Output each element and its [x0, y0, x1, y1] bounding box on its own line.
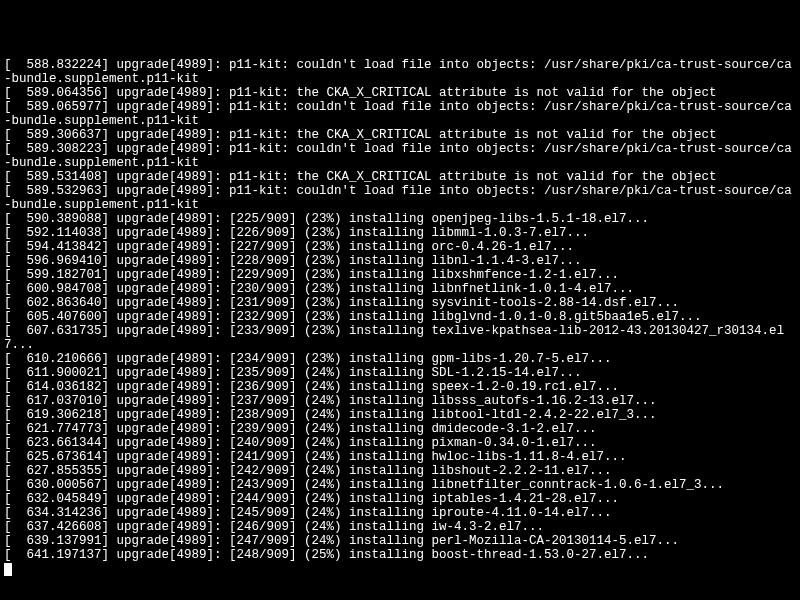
terminal-line: [ 632.045849] upgrade[4989]: [244/909] (…: [4, 492, 796, 506]
terminal-line: [ 588.832224] upgrade[4989]: p11-kit: co…: [4, 58, 796, 86]
terminal-line: [ 617.037010] upgrade[4989]: [237/909] (…: [4, 394, 796, 408]
terminal-line: [ 621.774773] upgrade[4989]: [239/909] (…: [4, 422, 796, 436]
terminal-output: [ 588.832224] upgrade[4989]: p11-kit: co…: [4, 58, 796, 562]
terminal-line: [ 602.863640] upgrade[4989]: [231/909] (…: [4, 296, 796, 310]
terminal-line: [ 589.308223] upgrade[4989]: p11-kit: co…: [4, 142, 796, 170]
terminal-line: [ 623.661344] upgrade[4989]: [240/909] (…: [4, 436, 796, 450]
terminal-line: [ 589.531408] upgrade[4989]: p11-kit: th…: [4, 170, 796, 184]
terminal-line: [ 589.064356] upgrade[4989]: p11-kit: th…: [4, 86, 796, 100]
terminal-line: [ 590.389088] upgrade[4989]: [225/909] (…: [4, 212, 796, 226]
terminal-line: [ 627.855355] upgrade[4989]: [242/909] (…: [4, 464, 796, 478]
terminal-line: [ 641.197137] upgrade[4989]: [248/909] (…: [4, 548, 796, 562]
terminal-line: [ 596.969410] upgrade[4989]: [228/909] (…: [4, 254, 796, 268]
terminal-line: [ 630.000567] upgrade[4989]: [243/909] (…: [4, 478, 796, 492]
terminal-line: [ 619.306218] upgrade[4989]: [238/909] (…: [4, 408, 796, 422]
terminal-line: [ 625.673614] upgrade[4989]: [241/909] (…: [4, 450, 796, 464]
terminal-line: [ 600.984708] upgrade[4989]: [230/909] (…: [4, 282, 796, 296]
terminal-line: [ 589.306637] upgrade[4989]: p11-kit: th…: [4, 128, 796, 142]
terminal-line: [ 637.426608] upgrade[4989]: [246/909] (…: [4, 520, 796, 534]
terminal-line: [ 592.114038] upgrade[4989]: [226/909] (…: [4, 226, 796, 240]
terminal-line: [ 605.407600] upgrade[4989]: [232/909] (…: [4, 310, 796, 324]
terminal-line: [ 599.182701] upgrade[4989]: [229/909] (…: [4, 268, 796, 282]
terminal-line: [ 589.065977] upgrade[4989]: p11-kit: co…: [4, 100, 796, 128]
terminal-line: [ 611.900021] upgrade[4989]: [235/909] (…: [4, 366, 796, 380]
terminal-line: [ 594.413842] upgrade[4989]: [227/909] (…: [4, 240, 796, 254]
terminal-line: [ 607.631735] upgrade[4989]: [233/909] (…: [4, 324, 796, 352]
terminal-line: [ 610.210666] upgrade[4989]: [234/909] (…: [4, 352, 796, 366]
terminal-line: [ 614.036182] upgrade[4989]: [236/909] (…: [4, 380, 796, 394]
terminal-line: [ 634.314236] upgrade[4989]: [245/909] (…: [4, 506, 796, 520]
terminal-line: [ 589.532963] upgrade[4989]: p11-kit: co…: [4, 184, 796, 212]
terminal-line: [ 639.137991] upgrade[4989]: [247/909] (…: [4, 534, 796, 548]
terminal-cursor: [4, 563, 12, 576]
